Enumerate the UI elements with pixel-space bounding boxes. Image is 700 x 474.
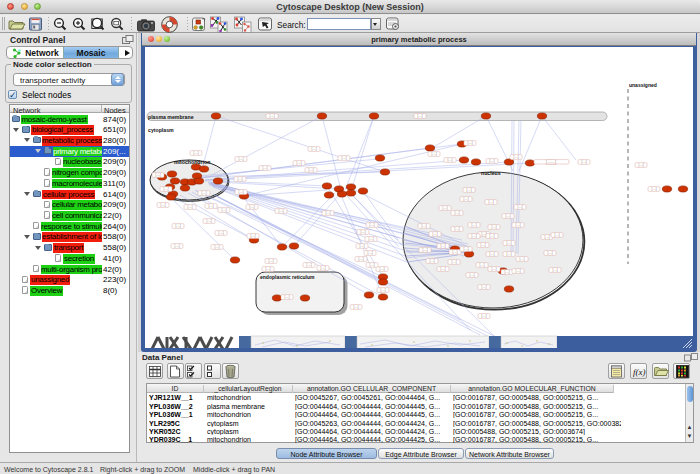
- svg-text:[....]: [....]: [341, 156, 346, 160]
- svg-text:[....]: [....]: [269, 114, 274, 118]
- svg-text:[....]: [....]: [505, 214, 510, 218]
- svg-text:[....]: [....]: [552, 268, 557, 272]
- svg-text:[....]: [....]: [544, 235, 549, 239]
- svg-text:[....]: [....]: [358, 257, 363, 261]
- svg-text:[....]: [....]: [238, 190, 243, 194]
- svg-text:[....]: [....]: [238, 157, 243, 161]
- svg-text:[....]: [....]: [369, 223, 374, 227]
- svg-text:[....]: [....]: [379, 267, 384, 271]
- svg-text:[....]: [....]: [237, 177, 242, 181]
- svg-text:[....]: [....]: [581, 160, 586, 164]
- svg-text:[....]: [....]: [431, 152, 436, 156]
- svg-text:[....]: [....]: [519, 257, 524, 261]
- svg-text:[....]: [....]: [463, 197, 468, 201]
- svg-text:[....]: [....]: [491, 267, 496, 271]
- svg-text:[....]: [....]: [489, 252, 494, 256]
- svg-text:[....]: [....]: [480, 243, 485, 247]
- svg-text:[....]: [....]: [481, 314, 486, 318]
- svg-text:[....]: [....]: [432, 232, 437, 236]
- svg-text:[....]: [....]: [491, 225, 496, 229]
- svg-text:[....]: [....]: [422, 248, 427, 252]
- svg-text:[....]: [....]: [325, 211, 330, 215]
- svg-text:[....]: [....]: [467, 141, 472, 145]
- svg-text:[....]: [....]: [278, 209, 283, 213]
- svg-text:[....]: [....]: [489, 159, 494, 163]
- svg-text:[....]: [....]: [454, 211, 459, 215]
- svg-text:[....]: [....]: [368, 237, 373, 241]
- svg-text:[....]: [....]: [481, 285, 486, 289]
- svg-text:[....]: [....]: [547, 251, 552, 255]
- svg-text:[....]: [....]: [308, 168, 313, 172]
- svg-text:[....]: [....]: [155, 173, 160, 177]
- svg-text:[....]: [....]: [506, 252, 511, 256]
- svg-text:[....]: [....]: [320, 266, 325, 270]
- svg-text:[....]: [....]: [454, 227, 459, 231]
- svg-text:[....]: [....]: [369, 263, 374, 267]
- svg-text:[....]: [....]: [163, 187, 168, 191]
- svg-text:[....]: [....]: [471, 234, 476, 238]
- svg-text:[....]: [....]: [367, 251, 372, 255]
- svg-text:[....]: [....]: [651, 187, 656, 191]
- svg-text:[....]: [....]: [417, 114, 422, 118]
- svg-text:[....]: [....]: [249, 205, 254, 209]
- svg-text:[....]: [....]: [429, 259, 434, 263]
- svg-text:mitochondrion: mitochondrion: [174, 159, 210, 165]
- svg-text:[....]: [....]: [452, 250, 457, 254]
- svg-text:[....]: [....]: [469, 273, 474, 277]
- svg-text:[....]: [....]: [262, 166, 267, 170]
- svg-text:[....]: [....]: [515, 269, 520, 273]
- svg-text:[....]: [....]: [380, 288, 385, 292]
- svg-text:[....]: [....]: [206, 219, 211, 223]
- svg-text:[....]: [....]: [554, 233, 559, 237]
- svg-text:[....]: [....]: [440, 267, 445, 271]
- svg-text:[....]: [....]: [451, 260, 456, 264]
- svg-text:[..........]: [..........]: [546, 160, 556, 164]
- svg-text:[....]: [....]: [174, 244, 179, 248]
- svg-text:cytoplasm: cytoplasm: [148, 127, 174, 133]
- svg-text:endoplasmic reticulum: endoplasmic reticulum: [260, 274, 315, 280]
- svg-text:[....]: [....]: [506, 241, 511, 245]
- svg-text:[....]: [....]: [175, 224, 180, 228]
- svg-text:[....]: [....]: [359, 244, 364, 248]
- svg-text:[....]: [....]: [353, 305, 358, 309]
- svg-text:[....]: [....]: [471, 223, 476, 227]
- svg-text:[....]: [....]: [193, 151, 198, 155]
- svg-text:[....]: [....]: [463, 247, 468, 251]
- svg-text:[....]: [....]: [214, 245, 219, 249]
- svg-text:[....]: [....]: [250, 234, 255, 238]
- svg-text:[....]: [....]: [306, 263, 311, 267]
- svg-text:[....]: [....]: [268, 259, 273, 263]
- svg-text:[....]: [....]: [638, 163, 643, 167]
- svg-text:[....]: [....]: [447, 158, 452, 162]
- svg-text:[....]: [....]: [218, 231, 223, 235]
- svg-text:[....]: [....]: [489, 234, 494, 238]
- svg-text:[....]: [....]: [513, 155, 518, 159]
- svg-text:[....]: [....]: [187, 205, 192, 209]
- svg-text:[....]: [....]: [284, 295, 289, 299]
- svg-text:[....]: [....]: [466, 188, 471, 192]
- svg-text:plasma membrane: plasma membrane: [148, 114, 194, 120]
- svg-text:[....]: [....]: [296, 161, 301, 165]
- svg-text:[....]: [....]: [517, 205, 522, 209]
- svg-text:[....]: [....]: [488, 200, 493, 204]
- svg-text:[....]: [....]: [201, 191, 206, 195]
- svg-text:f(x): f(x): [633, 367, 646, 377]
- svg-text:[....]: [....]: [421, 224, 426, 228]
- svg-text:[....]: [....]: [221, 208, 226, 212]
- svg-text:[....]: [....]: [360, 230, 365, 234]
- svg-text:unassigned: unassigned: [629, 82, 657, 88]
- svg-text:[....]: [....]: [515, 223, 520, 227]
- svg-text:[....]: [....]: [208, 204, 213, 208]
- svg-text:[....]: [....]: [160, 203, 165, 207]
- svg-text:[....]: [....]: [504, 270, 509, 274]
- svg-text:[....]: [....]: [265, 267, 270, 271]
- svg-text:[....]: [....]: [442, 206, 447, 210]
- svg-text:[....]: [....]: [440, 244, 445, 248]
- svg-text:[....]: [....]: [311, 147, 316, 151]
- svg-text:nucleus: nucleus: [481, 170, 501, 176]
- svg-text:[....]: [....]: [479, 263, 484, 267]
